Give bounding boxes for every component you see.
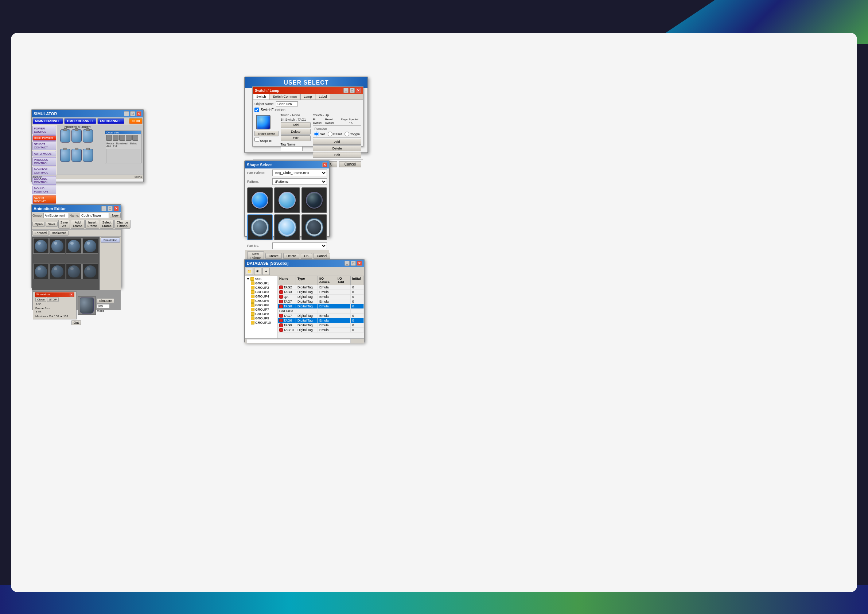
db-tree-group10[interactable]: GROUP10 <box>246 321 277 325</box>
tab-label[interactable]: Label <box>316 94 330 99</box>
anim-group-input[interactable]: AniEquipment <box>43 213 69 218</box>
anim-frame-6[interactable] <box>50 264 65 279</box>
db-tree-group8[interactable]: GROUP8 <box>246 312 277 316</box>
sim-monitor-control-btn[interactable]: MONITOR CONTROL <box>33 167 56 175</box>
pattern-select[interactable]: /Patterns <box>272 178 327 185</box>
switch-min-btn[interactable]: _ <box>343 88 349 93</box>
anim-maximize-btn[interactable]: □ <box>107 206 113 211</box>
shape-select-btn[interactable]: Shape Select <box>254 131 279 136</box>
db-status-input[interactable] <box>246 339 351 343</box>
anim-open-btn[interactable]: Open <box>33 222 45 227</box>
sim-minimize-btn[interactable]: _ <box>124 111 129 116</box>
db-row-tag10[interactable]: TAG10 Digital Tag Emula 0 <box>278 328 364 333</box>
anim-sim-close-btn[interactable]: ✕ <box>70 293 73 296</box>
edit-btn[interactable]: Edit <box>281 135 311 141</box>
db-tool-folder[interactable]: 📁 <box>246 268 253 275</box>
anim-out-btn[interactable]: Out <box>71 320 81 325</box>
sim-fm-channel-btn[interactable]: FM CHANNEL <box>97 118 124 124</box>
sim-select-contact-btn[interactable]: SELECT CONTACT <box>33 141 56 150</box>
shape-cell-2[interactable] <box>274 188 300 213</box>
touch-up-edit-btn[interactable]: Edit <box>313 152 361 158</box>
db-tree-group9[interactable]: GROUP9 <box>246 316 277 321</box>
part-palette-select[interactable]: Eng_Cirde_Frame.BPx <box>272 169 327 176</box>
touch-up-add-btn[interactable]: Add <box>313 139 361 145</box>
db-row-qa[interactable]: QA Digital Tag Emula 0 <box>278 295 364 299</box>
db-row-tag8[interactable]: TAG8 Digital Tag Emula 0 <box>278 304 364 309</box>
cancel-shape-btn[interactable]: Cancel <box>313 253 330 259</box>
shape-cell-4[interactable] <box>247 214 273 240</box>
switch-close-btn[interactable]: ✕ <box>356 88 361 93</box>
touch-up-delete-btn[interactable]: Delete <box>313 146 361 151</box>
anim-save-btn[interactable]: Save <box>46 222 57 227</box>
switch-cancel-btn[interactable]: Cancel <box>339 161 361 167</box>
db-tree-group3[interactable]: GROUP3 <box>246 290 277 294</box>
anim-minimize-btn[interactable]: _ <box>101 206 107 211</box>
anim-backward-btn[interactable]: Backward <box>50 230 68 236</box>
tab-switch[interactable]: Switch <box>253 94 270 99</box>
sim-mould-position-btn[interactable]: MOULD POSITION <box>33 186 56 194</box>
ok-shape-btn[interactable]: OK <box>301 253 312 259</box>
db-row-tag7[interactable]: TAG7 Digital Tag Emula 0 <box>278 299 364 304</box>
sim-process-control-btn[interactable]: PROCESS CONTROL <box>33 157 56 166</box>
db-minimize-btn[interactable]: _ <box>344 261 350 266</box>
anim-forward-btn[interactable]: Forward <box>33 230 49 236</box>
sim-main-channel-btn[interactable]: MAIN CHANNEL <box>33 118 63 124</box>
anim-new-btn[interactable]: New <box>110 213 121 218</box>
sim-status-btn[interactable]: 00 00 <box>129 118 143 124</box>
delete-btn[interactable]: Delete <box>281 129 311 135</box>
radio-toggle-input[interactable] <box>344 132 349 136</box>
anim-frame-8[interactable] <box>82 264 98 279</box>
anim-frame-1[interactable] <box>33 238 49 254</box>
anim-save-as-btn[interactable]: Save As <box>58 220 70 229</box>
sim-high-power-btn[interactable]: HIGH POWER <box>33 135 56 141</box>
part-no-select[interactable] <box>272 242 327 249</box>
anim-insert-frame-btn[interactable]: Insert Frame <box>85 220 99 229</box>
db-maximize-btn[interactable]: □ <box>351 261 356 266</box>
sim-auto-mode-btn[interactable]: AUTO MODE <box>33 151 56 157</box>
radio-set-input[interactable] <box>314 132 319 136</box>
shape-cell-6[interactable] <box>301 214 327 240</box>
anim-sim-close-inner-btn[interactable]: Close <box>36 297 46 302</box>
anim-panel-simulate-btn[interactable]: Simulation <box>101 237 120 243</box>
tab-lamp[interactable]: Lamp <box>301 94 315 99</box>
db-tree-group1[interactable]: GROUP1 <box>246 281 277 285</box>
db-tree-group7[interactable]: GROUP7 <box>246 307 277 312</box>
anim-sim-value-input[interactable] <box>97 304 110 309</box>
shape-cell-3[interactable] <box>301 188 327 213</box>
anim-frame-7[interactable] <box>66 264 82 279</box>
tab-switch-common[interactable]: Switch Common <box>270 94 301 99</box>
shape-cell-5[interactable] <box>274 214 300 240</box>
db-tree-group2[interactable]: GROUP2 <box>246 285 277 290</box>
db-tree-root[interactable]: ▼ SSS <box>246 277 277 281</box>
object-name-input[interactable] <box>276 101 298 107</box>
db-row-tag6[interactable]: TAG6 Digital Tag Emula 0 <box>278 318 364 323</box>
sim-close-btn[interactable]: ✕ <box>136 111 141 116</box>
sim-maximize-btn[interactable]: □ <box>130 111 135 116</box>
db-row-tag7b[interactable]: TAG7 Digital Tag Emula 0 <box>278 313 364 318</box>
db-row-tag2[interactable]: TAG2 Digital Tag Emula 0 <box>278 285 364 290</box>
db-tool-eye[interactable]: 👁 <box>254 268 261 275</box>
anim-close-btn[interactable]: ✕ <box>114 206 119 211</box>
delete-shape-btn[interactable]: Delete <box>283 253 299 259</box>
anim-add-frame-btn[interactable]: Add Frame <box>71 220 85 229</box>
create-btn[interactable]: Create <box>265 253 282 259</box>
anim-sim-stop-btn[interactable]: STOP <box>47 297 59 302</box>
db-tree-group5[interactable]: GROUP5 <box>246 299 277 303</box>
db-tool-add[interactable]: + <box>262 268 270 275</box>
shape-cell-1[interactable] <box>247 188 273 213</box>
anim-simulate-btn[interactable]: Simulate <box>97 298 114 303</box>
switch-function-check[interactable] <box>254 107 259 112</box>
sim-power-source-btn[interactable]: POWER SOURCE <box>33 126 56 135</box>
anim-frame-4[interactable] <box>82 238 98 254</box>
anim-change-bitmap-btn[interactable]: Change Bitmap <box>115 220 130 229</box>
anim-frame-3[interactable] <box>66 238 82 254</box>
shape-id-check[interactable] <box>254 137 259 142</box>
db-row-tag9[interactable]: TAG9 Digital Tag Emula 0 <box>278 323 364 328</box>
radio-reset-input[interactable] <box>328 132 332 136</box>
anim-frame-2[interactable] <box>50 238 65 254</box>
shape-select-close-btn[interactable]: ✕ <box>322 162 327 167</box>
tag-name-input[interactable] <box>281 146 302 151</box>
anim-select-frame-btn[interactable]: Select Frame <box>100 220 114 229</box>
switch-max-btn[interactable]: □ <box>350 88 355 93</box>
db-row-tag3[interactable]: TAG3 Digital Tag Emula 0 <box>278 290 364 295</box>
